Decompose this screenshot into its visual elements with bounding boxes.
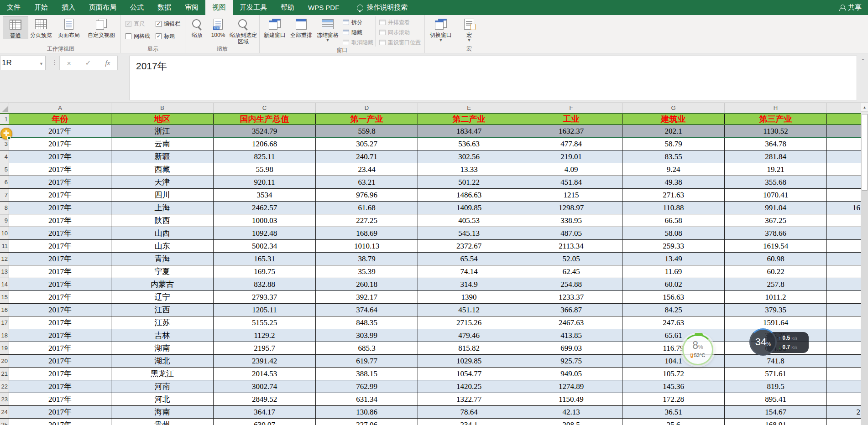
- cell[interactable]: 819.5: [725, 380, 827, 393]
- cell[interactable]: 36.51: [622, 406, 725, 418]
- title-cell[interactable]: 建筑业: [622, 114, 725, 124]
- cell[interactable]: 366.87: [520, 304, 622, 316]
- cell[interactable]: 2017年: [9, 163, 111, 176]
- row-header[interactable]: 10: [0, 227, 9, 239]
- vertical-scrollbar[interactable]: ▲: [861, 103, 868, 425]
- cell-partial[interactable]: [827, 304, 861, 316]
- cell-partial[interactable]: [827, 419, 861, 425]
- insert-function-icon[interactable]: fx: [105, 59, 110, 67]
- cell[interactable]: 62.45: [520, 265, 622, 278]
- macros-button[interactable]: 宏 ▼: [459, 16, 479, 42]
- cell[interactable]: 1000.03: [214, 214, 316, 227]
- row-header[interactable]: 4: [0, 150, 9, 163]
- select-all-corner[interactable]: [0, 103, 9, 113]
- cell[interactable]: 1215: [520, 189, 622, 201]
- cell[interactable]: 58.79: [622, 138, 725, 150]
- cell[interactable]: 1233.37: [520, 291, 622, 303]
- cell[interactable]: 61.68: [316, 202, 418, 214]
- cell[interactable]: 825.11: [214, 150, 316, 163]
- freeze-panes-button[interactable]: 冻结窗格 ▼: [314, 16, 341, 42]
- cell[interactable]: 1129.2: [214, 329, 316, 342]
- cell-partial[interactable]: [827, 150, 861, 163]
- custom-views-button[interactable]: 自定义视图: [84, 16, 119, 38]
- cell[interactable]: 1150.49: [520, 393, 622, 405]
- row-header[interactable]: 15: [0, 291, 9, 303]
- cell[interactable]: 895.41: [725, 393, 827, 405]
- cell[interactable]: 208.5: [520, 419, 622, 425]
- cell[interactable]: 1632.37: [520, 125, 622, 137]
- reset-window-position-button[interactable]: 重设窗口位置: [379, 38, 421, 47]
- cell[interactable]: 392.17: [316, 291, 418, 303]
- cell[interactable]: 281.84: [725, 150, 827, 163]
- cell[interactable]: 4.09: [520, 163, 622, 176]
- cell[interactable]: 35.39: [316, 265, 418, 278]
- zoom-button[interactable]: 缩放: [187, 16, 207, 38]
- cell[interactable]: 11.69: [622, 265, 725, 278]
- cell[interactable]: 山西: [111, 227, 214, 239]
- cell[interactable]: 13.33: [418, 163, 520, 176]
- cell[interactable]: 宁夏: [111, 265, 214, 278]
- cell[interactable]: 105.72: [622, 368, 725, 380]
- scrollbar-track[interactable]: [861, 191, 868, 425]
- new-window-button[interactable]: 新建窗口: [261, 16, 288, 38]
- cell[interactable]: 2793.37: [214, 291, 316, 303]
- cell[interactable]: 991.04: [725, 202, 827, 214]
- cell[interactable]: 1322.77: [418, 393, 520, 405]
- cell[interactable]: 257.8: [725, 278, 827, 290]
- cell[interactable]: 2017年: [9, 393, 111, 405]
- formula-bar-checkbox[interactable]: 编辑栏: [156, 20, 180, 28]
- cell[interactable]: 168.69: [316, 227, 418, 239]
- cell-partial[interactable]: [827, 342, 861, 354]
- formula-input[interactable]: 2017年: [129, 56, 857, 100]
- cell[interactable]: 74.14: [418, 265, 520, 278]
- cell[interactable]: 949.05: [520, 368, 622, 380]
- hide-button[interactable]: 隐藏: [343, 28, 373, 36]
- cell[interactable]: 259.33: [622, 240, 725, 252]
- title-cell[interactable]: 工业: [520, 114, 622, 124]
- formula-bar-grip[interactable]: ⋮: [52, 59, 58, 66]
- cell-partial[interactable]: 2: [827, 406, 861, 418]
- cell-partial[interactable]: [827, 368, 861, 380]
- tell-me-search[interactable]: 操作说明搜索: [350, 0, 414, 15]
- cell[interactable]: 367.25: [725, 214, 827, 227]
- cell[interactable]: 1409.85: [418, 202, 520, 214]
- cell[interactable]: 65.54: [418, 253, 520, 265]
- cell[interactable]: 23.44: [316, 163, 418, 176]
- cell[interactable]: 山东: [111, 240, 214, 252]
- cell[interactable]: 227.06: [316, 419, 418, 425]
- cell[interactable]: 2715.26: [418, 316, 520, 329]
- view-side-by-side-button[interactable]: 并排查看: [379, 18, 421, 26]
- cell-partial[interactable]: [827, 355, 861, 367]
- cell[interactable]: 536.63: [418, 138, 520, 150]
- cell-partial[interactable]: [827, 316, 861, 329]
- cell[interactable]: 天津: [111, 176, 214, 188]
- cell[interactable]: 贵州: [111, 419, 214, 425]
- row-header[interactable]: 8: [0, 202, 9, 214]
- row-header[interactable]: 9: [0, 214, 9, 227]
- split-button[interactable]: 拆分: [343, 18, 373, 26]
- cell[interactable]: 2017年: [9, 202, 111, 214]
- cell[interactable]: 2467.63: [520, 316, 622, 329]
- cell[interactable]: 2017年: [9, 176, 111, 188]
- title-cell[interactable]: 第三产业: [725, 114, 827, 124]
- cell[interactable]: 55.98: [214, 163, 316, 176]
- cell[interactable]: 168.91: [725, 419, 827, 425]
- cell[interactable]: 451.12: [418, 304, 520, 316]
- cell[interactable]: 1619.54: [725, 240, 827, 252]
- cell[interactable]: 河北: [111, 393, 214, 405]
- cell[interactable]: 河南: [111, 380, 214, 393]
- cell[interactable]: 海南: [111, 406, 214, 418]
- cell[interactable]: 685.3: [316, 342, 418, 354]
- selection-fill-handle[interactable]: [7, 136, 10, 140]
- cell[interactable]: 165.31: [214, 253, 316, 265]
- row-header[interactable]: 16: [0, 304, 9, 316]
- cell[interactable]: 2017年: [9, 265, 111, 278]
- cell[interactable]: 2017年: [9, 278, 111, 290]
- cell[interactable]: 2017年: [9, 253, 111, 265]
- cell[interactable]: 2113.34: [520, 240, 622, 252]
- cell[interactable]: 234.1: [418, 419, 520, 425]
- cell[interactable]: 2017年: [9, 150, 111, 163]
- cell[interactable]: 202.1: [622, 125, 725, 137]
- cell[interactable]: 13.49: [622, 253, 725, 265]
- cell[interactable]: 501.22: [418, 176, 520, 188]
